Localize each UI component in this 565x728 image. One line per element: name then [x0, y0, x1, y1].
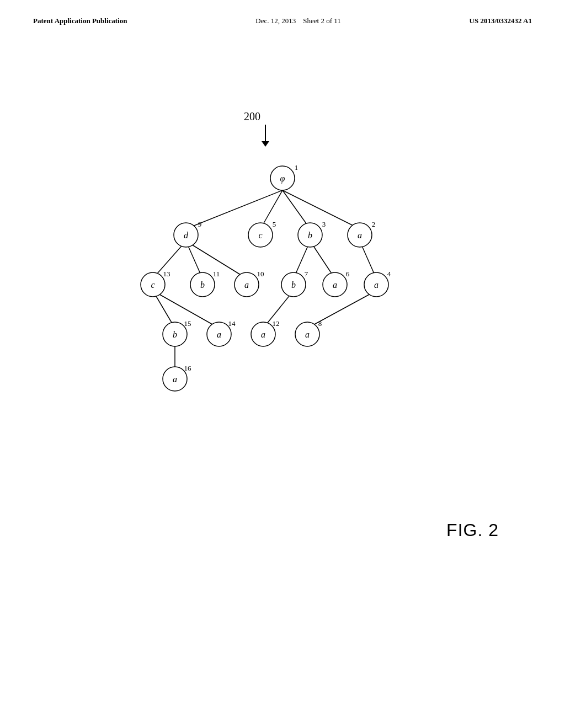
svg-text:b: b — [173, 330, 177, 339]
arrow-head — [262, 141, 269, 147]
svg-text:a: a — [244, 280, 249, 290]
svg-text:2: 2 — [372, 220, 376, 228]
tree-diagram: φ 1 d 9 c 5 b 3 a 2 c 13 b 11 a 10 b 7 a… — [89, 160, 476, 392]
svg-text:3: 3 — [322, 220, 326, 228]
svg-text:a: a — [333, 280, 337, 290]
arrow-line — [265, 125, 266, 141]
svg-text:15: 15 — [184, 319, 191, 328]
svg-text:b: b — [291, 280, 296, 290]
diagram-label: 200 — [244, 110, 260, 123]
svg-text:a: a — [374, 280, 379, 290]
page-header: Patent Application Publication Dec. 12, … — [0, 0, 565, 25]
svg-text:1: 1 — [295, 163, 299, 172]
svg-line-3 — [282, 190, 360, 229]
svg-text:a: a — [261, 330, 265, 339]
svg-text:a: a — [173, 374, 177, 384]
svg-text:b: b — [200, 280, 205, 290]
svg-text:a: a — [217, 330, 221, 339]
svg-text:5: 5 — [273, 220, 276, 228]
svg-text:c: c — [258, 231, 262, 240]
svg-text:a: a — [358, 231, 362, 240]
header-right: US 2013/0332432 A1 — [470, 17, 532, 25]
svg-text:8: 8 — [318, 319, 322, 328]
diagram-container: 200 — [0, 110, 565, 165]
svg-text:14: 14 — [228, 319, 236, 328]
svg-text:9: 9 — [198, 220, 202, 228]
svg-text:12: 12 — [273, 319, 280, 328]
svg-text:7: 7 — [305, 270, 308, 278]
svg-line-13 — [307, 291, 376, 328]
header-left: Patent Application Publication — [33, 17, 127, 25]
svg-text:4: 4 — [387, 270, 391, 278]
svg-text:6: 6 — [346, 270, 350, 278]
svg-text:10: 10 — [257, 270, 264, 278]
header-center: Dec. 12, 2013 Sheet 2 of 11 — [255, 17, 340, 25]
header-date: Dec. 12, 2013 — [255, 17, 296, 25]
svg-text:d: d — [184, 231, 189, 240]
svg-text:16: 16 — [184, 364, 192, 372]
svg-text:13: 13 — [163, 270, 170, 278]
svg-text:b: b — [308, 231, 312, 240]
svg-line-2 — [282, 190, 310, 229]
svg-text:11: 11 — [213, 270, 220, 278]
svg-text:φ: φ — [280, 174, 285, 184]
arrow-down — [262, 125, 269, 147]
svg-text:a: a — [305, 330, 310, 339]
figure-label: FIG. 2 — [446, 520, 499, 540]
header-sheet: Sheet 2 of 11 — [303, 17, 340, 25]
svg-text:c: c — [151, 280, 154, 290]
